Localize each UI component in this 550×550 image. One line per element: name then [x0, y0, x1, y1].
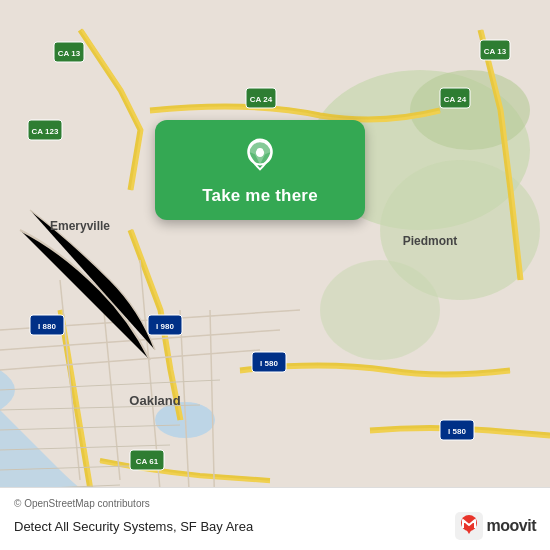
take-me-there-label: Take me there: [202, 186, 318, 206]
svg-text:CA 24: CA 24: [444, 95, 467, 104]
svg-text:I 580: I 580: [448, 427, 466, 436]
bottom-bar: © OpenStreetMap contributors Detect All …: [0, 487, 550, 550]
map-container: CA 13 CA 123 CA 24 CA 13 CA 24 I 980 I 5…: [0, 0, 550, 550]
moovit-brand-label: moovit: [487, 517, 536, 535]
svg-text:CA 123: CA 123: [32, 127, 59, 136]
svg-text:Oakland: Oakland: [129, 393, 180, 408]
location-label: Detect All Security Systems, SF Bay Area: [14, 519, 253, 534]
svg-text:I 580: I 580: [260, 359, 278, 368]
svg-text:CA 13: CA 13: [484, 47, 507, 56]
location-pin-icon: [241, 138, 279, 176]
moovit-logo: moovit: [455, 512, 536, 540]
svg-point-3: [320, 260, 440, 360]
take-me-there-button[interactable]: Take me there: [155, 120, 365, 220]
map-attribution: © OpenStreetMap contributors: [14, 498, 536, 509]
svg-point-48: [257, 148, 264, 155]
svg-text:I 880: I 880: [38, 322, 56, 331]
svg-text:Piedmont: Piedmont: [403, 234, 458, 248]
svg-text:Emeryville: Emeryville: [50, 219, 110, 233]
moovit-brand-icon: [455, 512, 483, 540]
map-background: CA 13 CA 123 CA 24 CA 13 CA 24 I 980 I 5…: [0, 0, 550, 550]
svg-text:CA 61: CA 61: [136, 457, 159, 466]
svg-text:CA 13: CA 13: [58, 49, 81, 58]
svg-point-4: [410, 70, 530, 150]
svg-text:CA 24: CA 24: [250, 95, 273, 104]
svg-text:I 980: I 980: [156, 322, 174, 331]
location-info: Detect All Security Systems, SF Bay Area…: [14, 512, 536, 540]
